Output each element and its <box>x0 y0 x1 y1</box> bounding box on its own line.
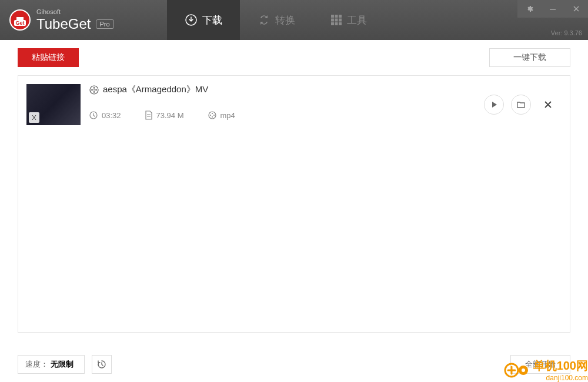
toolbar: 粘贴链接 一键下载 <box>0 40 588 75</box>
download-icon <box>185 14 198 26</box>
svg-point-22 <box>211 116 212 118</box>
svg-point-13 <box>91 89 93 91</box>
close-button[interactable] <box>564 0 588 18</box>
svg-rect-6 <box>339 19 342 22</box>
tab-convert[interactable]: 转换 <box>240 0 313 40</box>
svg-point-19 <box>211 113 212 114</box>
format-icon <box>208 110 217 120</box>
paste-link-button[interactable]: 粘贴链接 <box>18 48 79 67</box>
thumbnail-badge-icon <box>29 112 39 123</box>
svg-point-20 <box>209 115 211 116</box>
item-duration: 03:32 <box>102 111 121 120</box>
item-size: 73.94 M <box>156 111 184 120</box>
app-logo-icon: Get <box>9 9 31 31</box>
speed-value: 无限制 <box>51 359 74 370</box>
svg-rect-8 <box>335 22 338 25</box>
svg-point-12 <box>93 87 95 89</box>
titlebar: Get Gihosoft TubeGet Pro 下载 转换 <box>0 0 588 40</box>
svg-point-21 <box>213 115 214 116</box>
clock-icon <box>89 110 98 120</box>
speed-label: 速度： <box>25 359 48 370</box>
svg-rect-2 <box>335 15 338 18</box>
download-all-button[interactable]: 一键下载 <box>489 48 570 67</box>
open-folder-button[interactable] <box>511 95 531 115</box>
svg-point-14 <box>95 89 97 91</box>
tab-tools[interactable]: 工具 <box>313 0 385 40</box>
svg-rect-4 <box>331 19 334 22</box>
tab-download[interactable]: 下载 <box>167 0 240 40</box>
pro-badge: Pro <box>96 19 114 29</box>
item-title: aespa《Armageddon》MV <box>103 84 208 95</box>
app-title: TubeGet <box>36 16 91 32</box>
settings-button[interactable] <box>517 0 541 18</box>
film-icon <box>89 85 99 95</box>
svg-rect-3 <box>339 15 342 18</box>
svg-rect-5 <box>335 19 338 22</box>
grid-icon <box>330 14 342 26</box>
minimize-button[interactable] <box>541 0 564 18</box>
start-all-button[interactable]: 全部开始 <box>510 355 570 374</box>
item-format: mp4 <box>220 111 235 120</box>
svg-point-15 <box>93 91 95 93</box>
tab-tools-label: 工具 <box>347 14 367 27</box>
video-thumbnail <box>26 84 81 125</box>
company-name: Gihosoft <box>36 8 114 16</box>
statusbar: 速度： 无限制 全部开始 <box>18 355 570 374</box>
svg-rect-7 <box>331 22 334 25</box>
svg-point-16 <box>93 89 95 91</box>
remove-item-button[interactable] <box>538 95 558 115</box>
download-list: aespa《Armageddon》MV 03:32 73.94 M <box>18 75 570 333</box>
history-button[interactable] <box>92 355 112 374</box>
svg-point-18 <box>209 112 216 119</box>
svg-rect-9 <box>339 22 342 25</box>
file-icon <box>145 110 153 120</box>
svg-rect-1 <box>331 15 334 18</box>
tab-convert-label: 转换 <box>275 14 295 27</box>
tab-download-label: 下载 <box>202 14 222 27</box>
watermark-url: danji100.com <box>546 374 588 382</box>
version-label: Ver: 9.3.76 <box>551 29 582 36</box>
convert-icon <box>258 14 270 26</box>
window-controls <box>517 0 588 18</box>
play-button[interactable] <box>484 95 504 115</box>
svg-rect-10 <box>550 9 556 10</box>
speed-limit-box[interactable]: 速度： 无限制 <box>18 355 85 374</box>
main-tabs: 下载 转换 工具 <box>167 0 385 40</box>
logo-block: Get Gihosoft TubeGet Pro <box>0 8 114 32</box>
item-actions <box>484 84 562 115</box>
list-item: aespa《Armageddon》MV 03:32 73.94 M <box>18 76 570 133</box>
item-body: aespa《Armageddon》MV 03:32 73.94 M <box>81 84 484 120</box>
